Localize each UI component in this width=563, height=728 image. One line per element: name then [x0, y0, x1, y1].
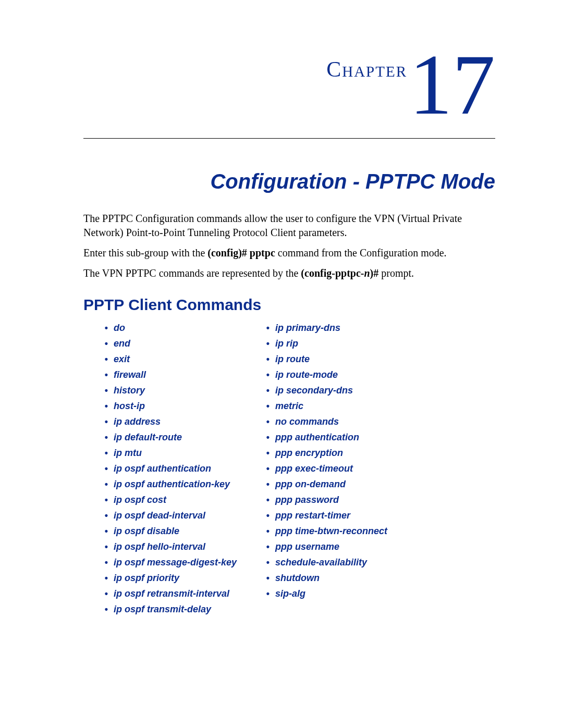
command-label: history: [111, 385, 145, 396]
command-link[interactable]: • metric: [263, 398, 387, 414]
bullet-icon: •: [263, 401, 273, 411]
command-label: ip rip: [273, 338, 298, 349]
command-link[interactable]: • ip ospf priority: [102, 570, 263, 586]
bullet-icon: •: [102, 417, 111, 426]
command-label: ppp username: [273, 541, 339, 552]
command-link[interactable]: • ppp password: [263, 492, 387, 508]
bullet-icon: •: [102, 448, 111, 458]
command-link[interactable]: • do: [102, 320, 263, 336]
command-link[interactable]: • firewall: [102, 367, 263, 382]
command-label: ppp time-btwn-reconnect: [273, 526, 387, 536]
bullet-icon: •: [263, 386, 273, 395]
bullet-icon: •: [102, 370, 111, 379]
command-label: ip ospf retransmit-interval: [111, 588, 229, 599]
command-label: ip ospf authentication: [111, 463, 211, 474]
command-columns: • do• end• exit• firewall• history• host…: [102, 320, 495, 617]
bullet-icon: •: [102, 433, 111, 442]
command-label: end: [111, 338, 130, 349]
command-link[interactable]: • schedule-availability: [263, 554, 387, 570]
command-label: firewall: [111, 369, 146, 380]
command-label: ip ospf message-digest-key: [111, 557, 237, 567]
bullet-icon: •: [263, 542, 273, 551]
bullet-icon: •: [263, 589, 273, 598]
command-link[interactable]: • sip-alg: [263, 586, 387, 601]
command-link[interactable]: • no commands: [263, 414, 387, 429]
bullet-icon: •: [102, 479, 111, 489]
bullet-icon: •: [102, 401, 111, 411]
bullet-icon: •: [102, 526, 111, 536]
command-label: metric: [273, 401, 303, 411]
command-label: schedule-availability: [273, 557, 367, 567]
command-link[interactable]: • ppp exec-timeout: [263, 461, 387, 476]
command-link[interactable]: • ip rip: [263, 336, 387, 351]
bullet-icon: •: [263, 573, 273, 583]
command-link[interactable]: • ppp encryption: [263, 445, 387, 461]
bullet-icon: •: [263, 479, 273, 489]
command-label: ip ospf authentication-key: [111, 479, 230, 489]
horizontal-rule: [83, 138, 495, 139]
command-column-left: • do• end• exit• firewall• history• host…: [102, 320, 263, 617]
command-label: ip ospf dead-interval: [111, 510, 205, 521]
command-label: ip ospf hello-interval: [111, 541, 205, 552]
command-link[interactable]: • ip ospf retransmit-interval: [102, 586, 263, 601]
bullet-icon: •: [102, 354, 111, 364]
command-link[interactable]: • ppp time-btwn-reconnect: [263, 523, 387, 539]
command-link[interactable]: • exit: [102, 351, 263, 367]
command-label: ip mtu: [111, 448, 142, 458]
intro-paragraph-2: Enter this sub-group with the (config)# …: [83, 246, 495, 260]
command-link[interactable]: • ppp username: [263, 539, 387, 554]
command-label: sip-alg: [273, 588, 305, 599]
command-link[interactable]: • ip ospf authentication: [102, 461, 263, 476]
command-label: ppp exec-timeout: [273, 463, 353, 474]
chapter-heading: Chapter 17: [83, 42, 495, 128]
intro-paragraph-3: The VPN PPTPC commands are represented b…: [83, 266, 495, 280]
command-link[interactable]: • ip default-route: [102, 429, 263, 445]
command-link[interactable]: • ip ospf authentication-key: [102, 476, 263, 492]
command-link[interactable]: • ip mtu: [102, 445, 263, 461]
bullet-icon: •: [102, 495, 111, 504]
command-link[interactable]: • ip route-mode: [263, 367, 387, 382]
command-link[interactable]: • ip ospf dead-interval: [102, 508, 263, 523]
command-link[interactable]: • ip secondary-dns: [263, 382, 387, 398]
bullet-icon: •: [263, 370, 273, 379]
command-label: ip default-route: [111, 432, 182, 442]
bullet-icon: •: [102, 511, 111, 520]
command-label: ip ospf cost: [111, 495, 166, 505]
command-label: shutdown: [273, 573, 320, 583]
bullet-icon: •: [102, 386, 111, 395]
command-link[interactable]: • ip ospf disable: [102, 523, 263, 539]
command-link[interactable]: • ppp restart-timer: [263, 508, 387, 523]
command-link[interactable]: • ip ospf message-digest-key: [102, 554, 263, 570]
command-label: ppp on-demand: [273, 479, 346, 489]
bullet-icon: •: [102, 323, 111, 332]
command-link[interactable]: • host-ip: [102, 398, 263, 414]
command-link[interactable]: • ppp on-demand: [263, 476, 387, 492]
command-label: ppp encryption: [273, 448, 343, 458]
command-link[interactable]: • ip ospf transmit-delay: [102, 601, 263, 617]
command-link[interactable]: • ip route: [263, 351, 387, 367]
command-link[interactable]: • ip ospf hello-interval: [102, 539, 263, 554]
command-link[interactable]: • ppp authentication: [263, 429, 387, 445]
p3-text-b: prompt.: [378, 267, 414, 279]
bullet-icon: •: [102, 542, 111, 551]
bullet-icon: •: [263, 339, 273, 348]
command-link[interactable]: • shutdown: [263, 570, 387, 586]
bullet-icon: •: [263, 526, 273, 536]
command-link[interactable]: • history: [102, 382, 263, 398]
command-label: ip ospf disable: [111, 526, 179, 536]
bullet-icon: •: [102, 464, 111, 473]
section-heading: PPTP Client Commands: [83, 296, 495, 314]
bullet-icon: •: [263, 464, 273, 473]
command-link[interactable]: • ip address: [102, 414, 263, 429]
command-link[interactable]: • ip ospf cost: [102, 492, 263, 508]
command-link[interactable]: • ip primary-dns: [263, 320, 387, 336]
bullet-icon: •: [263, 511, 273, 520]
command-label: exit: [111, 354, 130, 364]
bullet-icon: •: [102, 573, 111, 583]
command-label: ip route: [273, 354, 310, 364]
command-label: no commands: [273, 416, 339, 427]
command-link[interactable]: • end: [102, 336, 263, 351]
p2-text-b: command from the Configuration mode.: [275, 247, 447, 258]
command-label: host-ip: [111, 401, 145, 411]
chapter-label: Chapter: [326, 57, 407, 82]
